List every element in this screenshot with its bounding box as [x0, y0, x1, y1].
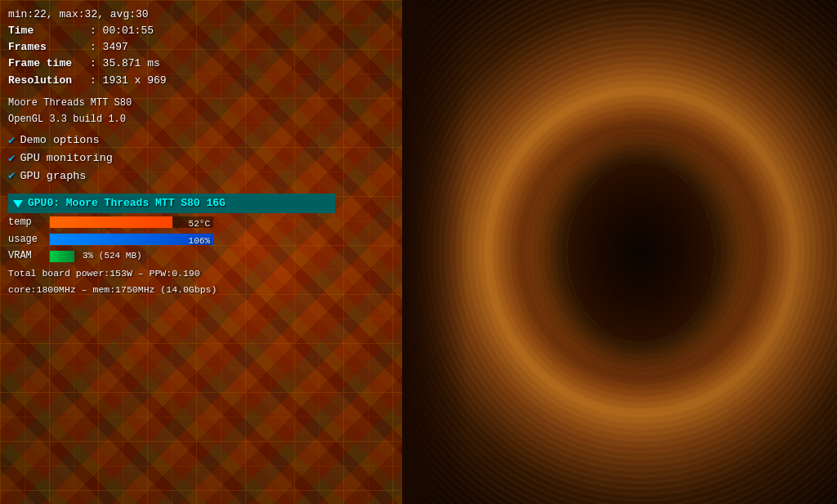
eye-fur: [402, 0, 837, 504]
stat-resolution-value: : 1931 x 969: [90, 73, 167, 89]
check-gpu-monitoring[interactable]: ✔ GPU monitoring: [8, 150, 335, 168]
gpu-block-header: GPU0: Moore Threads MTT S80 16G: [8, 194, 335, 213]
vram-bar-value: 3% (524 MB): [83, 249, 142, 263]
metric-usage-row: usage 106%: [8, 232, 335, 248]
metric-vram-label: VRAM: [8, 248, 45, 264]
stat-frames-value: : 3497: [90, 39, 128, 56]
gpu-power-line: Total board power:153W – PPW:0.190: [8, 266, 335, 280]
gpu-block: GPU0: Moore Threads MTT S80 16G temp 52°…: [8, 194, 335, 297]
check-icon-gpu-graphs: ✔: [8, 167, 15, 185]
temp-bar-value: 52°C: [189, 217, 210, 231]
metric-temp-row: temp 52°C: [8, 215, 335, 230]
metric-usage-label: usage: [8, 232, 45, 248]
temp-bar-fill: [50, 216, 172, 228]
stat-time-label: Time: [8, 23, 90, 39]
gpu-header-text: GPU0: Moore Threads MTT S80 16G: [28, 195, 226, 212]
stat-time: Time : 00:01:55: [8, 23, 335, 39]
check-label-demo: Demo options: [20, 132, 99, 149]
stat-time-value: : 00:01:55: [90, 23, 154, 39]
bg-right: [402, 0, 837, 504]
metric-vram-row: VRAM 3% (524 MB): [8, 248, 335, 264]
fps-stats: min:22, max:32, avg:30: [8, 7, 335, 23]
check-icon-gpu-mon: ✔: [8, 150, 15, 168]
gap-3: [8, 185, 335, 190]
stat-resolution: Resolution : 1931 x 969: [8, 73, 335, 89]
vram-bar-fill: [50, 251, 74, 262]
stat-frametime-value: : 35.871 ms: [90, 56, 160, 72]
gpu-info-line2: OpenGL 3.3 build 1.0: [8, 112, 335, 127]
check-demo-options[interactable]: ✔ Demo options: [8, 132, 335, 150]
eye-iris: [486, 89, 796, 416]
check-label-gpu-graphs: GPU graphs: [20, 168, 86, 185]
gpu-info-line1: Moore Threads MTT S80: [8, 96, 335, 111]
metric-temp-label: temp: [8, 215, 45, 230]
scene: min:22, max:32, avg:30 Time : 00:01:55 F…: [0, 0, 837, 504]
usage-bar-container: 106%: [50, 234, 213, 245]
stat-frames-label: Frames: [8, 39, 90, 56]
stat-frametime-label: Frame time: [8, 56, 90, 72]
gap-1: [8, 89, 335, 94]
hud-overlay: min:22, max:32, avg:30 Time : 00:01:55 F…: [0, 0, 343, 504]
temp-bar-container: 52°C: [50, 216, 213, 228]
stat-resolution-label: Resolution: [8, 73, 90, 89]
vram-bar-container: [50, 251, 74, 262]
stat-frametime: Frame time : 35.871 ms: [8, 56, 335, 72]
stat-frames: Frames : 3497: [8, 39, 335, 56]
eye-pupil: [567, 163, 714, 342]
collapse-icon[interactable]: [13, 200, 23, 207]
check-icon-demo: ✔: [8, 132, 15, 150]
check-gpu-graphs[interactable]: ✔ GPU graphs: [8, 167, 335, 185]
check-label-gpu-mon: GPU monitoring: [20, 150, 112, 167]
gpu-clock-line: core:1800MHz – mem:1750MHz (14.0Gbps): [8, 283, 335, 297]
usage-bar-value: 106%: [189, 234, 210, 248]
